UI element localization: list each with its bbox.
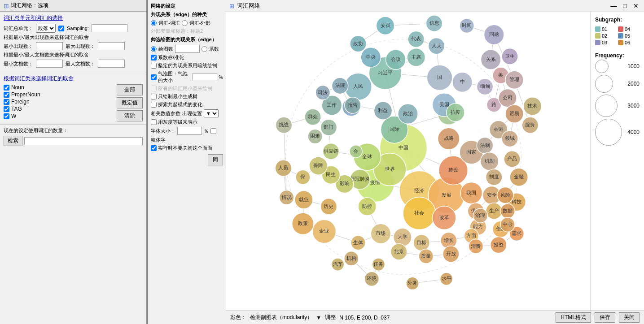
html-button[interactable]: HTML格式 — [556, 312, 591, 323]
node-会[interactable]: 会 — [350, 145, 362, 158]
node-大学[interactable]: 大学 — [394, 228, 412, 246]
node-质量[interactable]: 质量 — [419, 249, 433, 264]
bold-checkbox[interactable] — [210, 128, 216, 134]
node-机构[interactable]: 机构 — [344, 251, 359, 266]
node-困难[interactable]: 困难 — [308, 129, 322, 143]
radio-word-word[interactable] — [151, 20, 157, 26]
node-委员[interactable]: 委员 — [376, 17, 394, 35]
node-我国[interactable]: 我国 — [460, 182, 482, 203]
node-公司[interactable]: 公司 — [499, 89, 517, 107]
node-管理[interactable]: 管理 — [505, 71, 523, 89]
node-主席[interactable]: 主席 — [407, 48, 425, 66]
node-政策[interactable]: 政策 — [292, 213, 314, 234]
node-卫生[interactable]: 卫生 — [502, 48, 518, 65]
node-保障[interactable]: 保障 — [309, 157, 327, 175]
node-服务[interactable]: 服务 — [522, 117, 538, 133]
node-人大[interactable]: 人大 — [428, 38, 444, 54]
search-input[interactable]: 120 — [24, 137, 143, 145]
node-数据[interactable]: 数据 — [500, 204, 515, 218]
node-时间[interactable]: 时间 — [460, 18, 474, 33]
node-信息[interactable]: 信息 — [426, 15, 442, 31]
bubble-checkbox[interactable] — [151, 74, 157, 80]
node-部门[interactable]: 部门 — [320, 119, 337, 135]
propernoun-checkbox[interactable] — [4, 92, 9, 98]
node-环境[interactable]: 环境 — [364, 272, 379, 286]
node-领域[interactable]: 领域 — [502, 130, 518, 147]
node-政协[interactable]: 政协 — [350, 35, 366, 52]
node-中[interactable]: 中 — [452, 72, 472, 92]
minimize-button[interactable]: — — [609, 2, 619, 9]
maximize-button[interactable]: □ — [622, 2, 629, 9]
node-外务[interactable]: 外务 — [406, 277, 419, 289]
node-生产[interactable]: 生产 — [486, 203, 502, 219]
node-北京[interactable]: 北京 — [391, 244, 407, 260]
node-投资[interactable]: 投资 — [491, 237, 507, 253]
noun-checkbox[interactable] — [4, 85, 9, 91]
close-button[interactable]: ✕ — [631, 2, 640, 9]
node-人员[interactable]: 人员 — [275, 160, 291, 176]
clear-button[interactable]: 清除 — [117, 110, 143, 121]
node-生体[interactable]: 生体 — [351, 235, 365, 250]
max-doc-input[interactable] — [98, 60, 125, 68]
node-改革[interactable]: 改革 — [432, 206, 456, 229]
normalize-checkbox[interactable] — [151, 55, 157, 60]
node-国[interactable]: 国 — [427, 65, 452, 91]
node-历史[interactable]: 历史 — [320, 199, 337, 215]
node-防控[interactable]: 防控 — [358, 198, 376, 216]
search-button[interactable]: 检索 — [4, 136, 22, 146]
node-保[interactable]: 保 — [296, 170, 310, 184]
node-利益[interactable]: 利益 — [374, 102, 392, 120]
dotted-checkbox[interactable] — [151, 63, 157, 69]
node-挑战[interactable]: 挑战 — [276, 117, 292, 133]
node-就业[interactable]: 就业 — [295, 191, 313, 209]
node-司法[interactable]: 司法 — [315, 85, 330, 99]
w-checkbox[interactable] — [4, 113, 9, 119]
node-制度[interactable]: 制度 — [486, 169, 502, 185]
unit-select[interactable]: 段落 — [36, 24, 56, 33]
min-tree-checkbox[interactable] — [151, 94, 157, 99]
node-政治[interactable]: 政治 — [398, 104, 418, 124]
sampling-input[interactable]: 1000000 — [92, 24, 127, 32]
all-button[interactable]: 全部 — [117, 84, 143, 95]
graph-num-input[interactable]: 200 — [175, 45, 200, 53]
node-关系[interactable]: 关系 — [481, 50, 500, 69]
node-市场[interactable]: 市场 — [371, 224, 390, 243]
node-群众[interactable]: 群众 — [305, 109, 321, 125]
radio-coeff[interactable] — [202, 46, 207, 52]
radio-word-ext[interactable] — [182, 20, 188, 26]
node-法院[interactable]: 法院 — [332, 78, 348, 94]
node-问题[interactable]: 问题 — [484, 25, 504, 44]
node-汽车[interactable]: 汽车 — [331, 258, 344, 271]
node-中心[interactable]: 中心 — [500, 217, 515, 232]
graph-area[interactable]: 中国经济疫情发展世界社会全球建设国际习近平人民政治改革战略我国国家合作美国抗疫党… — [226, 12, 590, 311]
apply-button[interactable]: 同 — [208, 154, 223, 165]
node-供应链[interactable]: 供应链 — [323, 143, 339, 160]
node-人民[interactable]: 人民 — [345, 73, 372, 100]
close-window-button[interactable]: 关闭 — [619, 312, 640, 323]
foreign-checkbox[interactable] — [4, 99, 9, 105]
node-抗疫[interactable]: 抗疫 — [447, 104, 464, 121]
node-风险[interactable]: 风险 — [497, 187, 513, 203]
node-治理[interactable]: 治理 — [473, 208, 487, 223]
explore-checkbox[interactable] — [151, 102, 157, 108]
node-社会[interactable]: 社会 — [403, 197, 436, 230]
node-开放[interactable]: 开放 — [443, 246, 459, 262]
node-报告[interactable]: 报告 — [345, 97, 361, 113]
node-水平[interactable]: 水平 — [440, 272, 453, 285]
tag-checkbox[interactable] — [4, 106, 9, 112]
node-目标[interactable]: 目标 — [413, 234, 429, 251]
pos-select[interactable]: ▼ — [204, 109, 219, 117]
node-企业[interactable]: 企业 — [312, 220, 336, 243]
node-会议[interactable]: 会议 — [386, 50, 406, 69]
sampling-checkbox[interactable] — [58, 26, 64, 31]
node-缅甸[interactable]: 缅甸 — [477, 78, 493, 95]
radio-graph-num[interactable] — [151, 46, 157, 52]
node-法制[interactable]: 法制 — [477, 138, 493, 154]
close-checkbox[interactable] — [151, 145, 157, 151]
gray-checkbox[interactable] — [151, 119, 157, 125]
bubble-input[interactable]: 100 — [193, 73, 217, 81]
min-doc-input[interactable]: 1 — [36, 60, 63, 68]
node-金融[interactable]: 金融 — [510, 168, 528, 186]
node-产品[interactable]: 产品 — [504, 151, 520, 167]
node-机制[interactable]: 机制 — [480, 152, 498, 170]
